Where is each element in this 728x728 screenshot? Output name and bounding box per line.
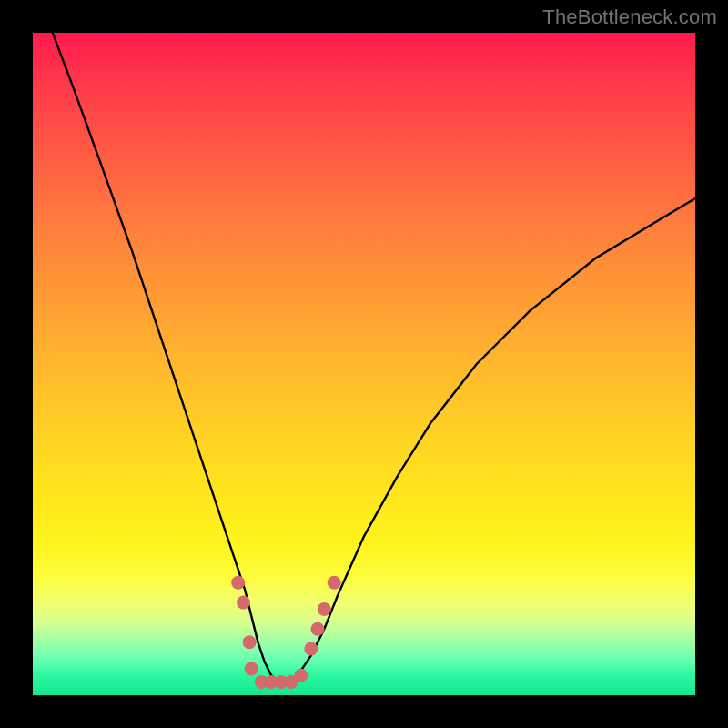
bottleneck-chart (33, 33, 695, 695)
data-marker (245, 662, 258, 675)
marker-group (231, 576, 341, 689)
data-marker (294, 669, 308, 682)
data-marker (231, 576, 245, 590)
watermark-label: TheBottleneck.com (542, 5, 717, 29)
data-marker (318, 602, 331, 616)
chart-frame: TheBottleneck.com (0, 0, 728, 728)
data-marker (243, 635, 257, 649)
data-marker (304, 642, 318, 656)
data-marker (311, 622, 325, 636)
data-marker (237, 596, 250, 610)
bottleneck-curve (53, 33, 695, 682)
data-marker (328, 576, 341, 590)
plot-area (33, 33, 695, 695)
